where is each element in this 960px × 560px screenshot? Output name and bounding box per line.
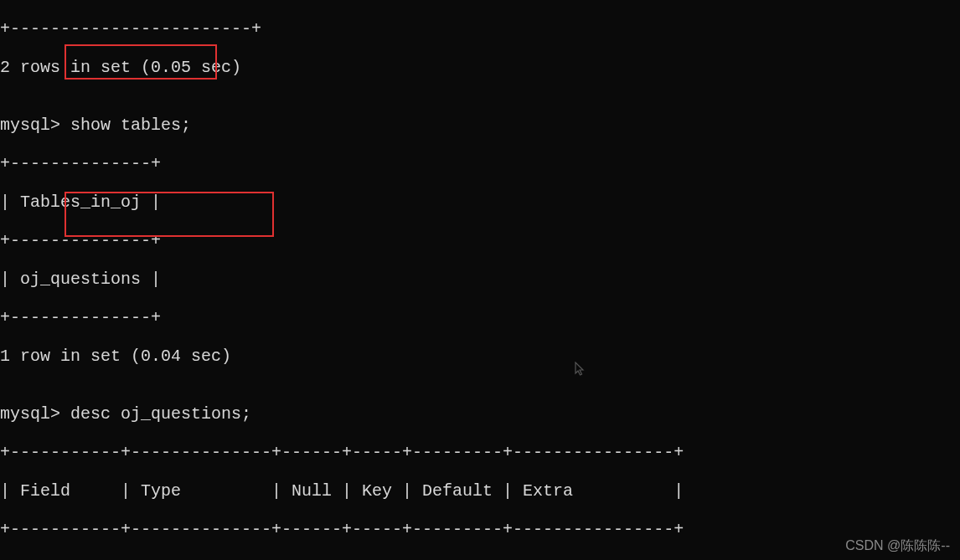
watermark-text: CSDN @陈陈陈--: [845, 537, 950, 555]
prompt-line-desc: mysql> desc oj_questions;: [0, 404, 960, 424]
mysql-prompt: mysql>: [0, 116, 60, 135]
terminal-output[interactable]: +------------------------+ 2 rows in set…: [0, 0, 960, 560]
desc-separator: +-----------+--------------+------+-----…: [0, 443, 960, 462]
rows-count-line: 2 rows in set (0.05 sec): [0, 58, 960, 77]
command-show-tables: show tables;: [60, 116, 191, 135]
command-desc: desc oj_questions;: [60, 404, 251, 424]
separator-line: +------------------------+: [0, 19, 960, 39]
prompt-line-show-tables: mysql> show tables;: [0, 116, 960, 135]
tables-separator: +--------------+: [0, 231, 960, 250]
rows-count-line: 1 row in set (0.04 sec): [0, 347, 960, 366]
tables-separator: +--------------+: [0, 308, 960, 327]
tables-row: | oj_questions |: [0, 270, 960, 289]
mysql-prompt: mysql>: [0, 404, 60, 424]
tables-header: | Tables_in_oj |: [0, 193, 960, 212]
tables-separator: +--------------+: [0, 154, 960, 173]
desc-header-row: | Field | Type | Null | Key | Default | …: [0, 481, 960, 501]
desc-separator: +-----------+--------------+------+-----…: [0, 520, 960, 539]
